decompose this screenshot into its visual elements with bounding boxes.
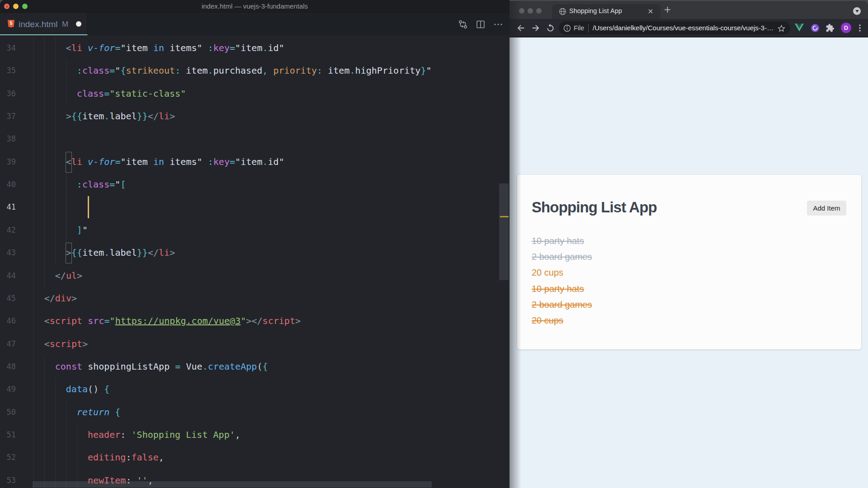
code-token: li [71,156,82,167]
code-token: = [109,65,115,76]
code-line[interactable]: 35:class="{strikeout: item.purchased, pr… [0,59,509,82]
shopping-list-item[interactable]: 20 cups [532,265,592,281]
shopping-list-item[interactable]: 20 cups [532,313,592,328]
unsaved-dot-icon[interactable] [76,21,81,27]
minimize-window-button[interactable] [528,8,533,14]
code-line[interactable]: 37>{{item.label}}</li> [0,105,509,128]
close-window-button[interactable] [519,8,524,14]
code-token: . [104,247,109,258]
line-number: 37 [0,105,16,127]
shopping-list-item[interactable]: 10 party hats [532,281,592,297]
shopping-list-item[interactable]: 2 board games [532,297,592,313]
code-line[interactable]: 45</div> [0,287,509,310]
code-token: " [235,42,241,53]
code-token: id [268,42,279,53]
code-token: = [109,179,115,190]
code-line[interactable]: 36class="static-class" [0,82,509,105]
code-line[interactable]: 46<script src="https://unpkg.com/vue@3">… [0,310,509,333]
browser-menu-icon[interactable] [855,23,864,34]
code-token: script [50,315,82,326]
url-bar[interactable]: File /Users/danielkelly/Courses/vue-esse… [559,21,790,35]
code-token [164,42,170,53]
indent-guide [33,310,34,333]
indent-guide [33,378,34,401]
vertical-scrollbar[interactable] [499,183,509,280]
indent-guide [44,82,45,105]
shopping-list-item[interactable]: 10 party hats [532,233,592,249]
indent-guide [44,150,45,174]
zoom-window-button[interactable] [536,8,542,14]
git-modified-badge: M [62,20,68,29]
url-text[interactable]: /Users/danielkelly/Courses/vue-essential… [593,24,774,32]
indent-guide [77,423,77,446]
indent-guide [55,59,56,82]
line-number: 52 [0,446,16,469]
split-editor-icon[interactable] [476,19,486,29]
code-editor[interactable]: 34<li v-for="item in items" :key="item.i… [0,35,509,488]
new-tab-icon[interactable] [664,6,671,15]
bookmark-star-icon[interactable] [777,24,786,34]
code-token: item [126,156,148,167]
code-line[interactable]: 39<li v-for="item in items" :key="item.i… [0,150,509,174]
url-separator [588,24,589,33]
indent-guide [55,127,56,150]
shopping-list-item[interactable]: 2 board games [532,249,592,265]
open-changes-icon[interactable] [458,19,468,29]
code-token: < [66,42,71,53]
page-viewport: Shopping List App Add Item 10 party hats… [509,38,868,488]
code-token: > [66,111,71,122]
line-number: 46 [0,310,16,332]
editor-titlebar[interactable]: index.html — vuejs-3-fundamentals [0,0,509,13]
reload-icon[interactable] [546,23,555,34]
code-token: } [420,65,426,76]
code-line[interactable]: 40:class="[ [0,173,509,196]
indent-guide [77,446,77,469]
extensions-puzzle-icon[interactable] [826,23,835,34]
horizontal-scrollbar[interactable] [33,481,432,488]
code-line[interactable]: 52editing:false, [0,446,509,469]
info-icon[interactable] [563,24,571,34]
code-line[interactable]: 47<script> [0,333,509,356]
code-line[interactable]: 41 [0,196,509,219]
browser-tab[interactable]: Shopping List App [552,4,660,19]
code-line[interactable]: 43>{{item.label}}</li> [0,241,509,264]
code-line[interactable]: 49data() { [0,378,509,401]
code-line[interactable]: 50return { [0,401,509,424]
code-token: > [295,315,301,326]
indent-guide [33,127,34,150]
line-number: 38 [0,127,16,150]
indent-guide [44,59,45,82]
tab-index-html[interactable]: 5 index.html M [0,13,88,35]
tab-search-icon[interactable] [853,7,861,15]
code-token [203,42,208,53]
indent-guide [66,219,66,242]
profile-avatar[interactable]: D [841,23,851,33]
code-token: li [71,42,82,53]
more-actions-icon[interactable] [493,19,503,29]
purple-extension-icon[interactable] [811,23,820,34]
forward-arrow-icon[interactable] [531,23,541,35]
overview-ruler-cursor-mark [500,216,509,217]
browser-toolbar: File /Users/danielkelly/Courses/vue-esse… [509,19,868,37]
code-token: , [262,65,268,76]
add-item-button[interactable]: Add Item [807,201,846,216]
vue-devtools-icon[interactable] [795,23,804,33]
code-line[interactable]: 51header: 'Shopping List App', [0,423,509,446]
bracket-match-box [66,152,72,173]
code-token: class [77,88,104,99]
code-line[interactable]: 34<li v-for="item in items" :key="item.i… [0,37,509,60]
tab-close-icon[interactable] [647,8,654,17]
code-line[interactable]: 42]" [0,219,509,242]
code-line[interactable]: 44</ul> [0,264,509,287]
code-token [82,42,88,53]
code-token: . [262,42,268,53]
code-token: data [66,384,88,394]
indent-guide [55,196,56,219]
code-token: li [159,111,170,122]
code-line[interactable]: 48const shoppingListApp = Vue.createApp(… [0,355,509,378]
code-line[interactable]: 38 [0,127,509,150]
back-arrow-icon[interactable] [516,23,526,35]
shopping-app-card: Shopping List App Add Item 10 party hats… [517,175,861,349]
code-text: class="static-class" [77,82,186,105]
code-token: = [115,42,120,53]
